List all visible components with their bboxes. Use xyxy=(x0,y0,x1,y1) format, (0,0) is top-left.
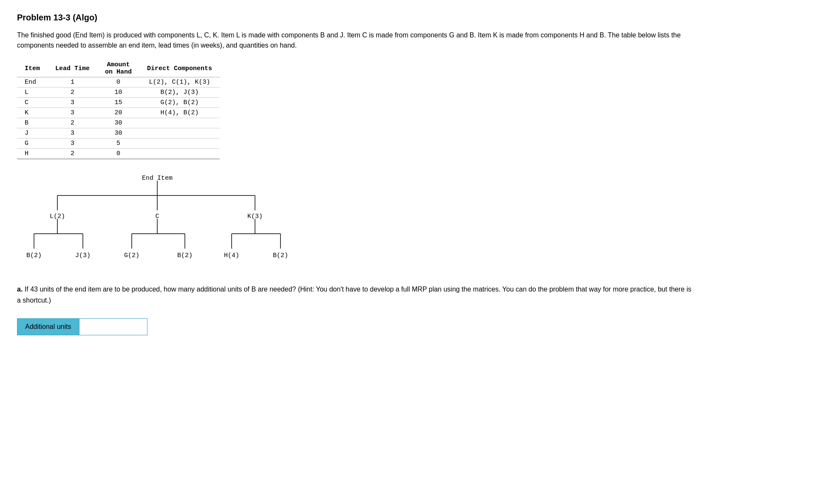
cell-components xyxy=(139,118,220,128)
cell-components: H(4), B(2) xyxy=(139,108,220,118)
problem-description: The finished good (End Item) is produced… xyxy=(17,30,697,51)
bom-tree: End Item L(2) C K(3) B(2) J(3) G(2) xyxy=(17,172,799,272)
cell-lead-time: 1 xyxy=(48,77,97,88)
cell-components xyxy=(139,139,220,149)
cell-item: H xyxy=(17,149,48,159)
cell-item: C xyxy=(17,98,48,108)
cell-item: K xyxy=(17,108,48,118)
cell-amount: 30 xyxy=(97,118,139,128)
answer-label: Additional units xyxy=(17,318,79,335)
answer-section: Additional units xyxy=(17,318,799,335)
cell-amount: 30 xyxy=(97,128,139,139)
question-label: a. xyxy=(17,286,23,293)
cell-components: L(2), C(1), K(3) xyxy=(139,77,220,88)
table-row: L210B(2), J(3) xyxy=(17,88,220,98)
cell-amount: 0 xyxy=(97,77,139,88)
cell-lead-time: 3 xyxy=(48,98,97,108)
table-row: B230 xyxy=(17,118,220,128)
cell-components: G(2), B(2) xyxy=(139,98,220,108)
cell-amount: 10 xyxy=(97,88,139,98)
tree-b2-c-label: B(2) xyxy=(177,252,193,259)
cell-lead-time: 3 xyxy=(48,128,97,139)
tree-j3-label: J(3) xyxy=(75,252,91,259)
question-body: If 43 units of the end item are to be pr… xyxy=(17,286,691,304)
tree-h4-label: H(4) xyxy=(224,252,239,259)
cell-item: End xyxy=(17,77,48,88)
cell-lead-time: 2 xyxy=(48,118,97,128)
tree-b2-k-label: B(2) xyxy=(273,252,288,259)
cell-lead-time: 3 xyxy=(48,108,97,118)
cell-amount: 0 xyxy=(97,149,139,159)
cell-amount: 5 xyxy=(97,139,139,149)
table-row: K320H(4), B(2) xyxy=(17,108,220,118)
cell-amount: 20 xyxy=(97,108,139,118)
tree-b2-l-label: B(2) xyxy=(26,252,42,259)
cell-item: G xyxy=(17,139,48,149)
table-row: End10L(2), C(1), K(3) xyxy=(17,77,220,88)
col-header-item: Item xyxy=(17,60,48,77)
page-title: Problem 13-3 (Algo) xyxy=(17,13,799,23)
cell-item: L xyxy=(17,88,48,98)
cell-components xyxy=(139,149,220,159)
cell-amount: 15 xyxy=(97,98,139,108)
tree-g2-label: G(2) xyxy=(124,252,139,259)
cell-components xyxy=(139,128,220,139)
table-row: G35 xyxy=(17,139,220,149)
question-text: a. If 43 units of the end item are to be… xyxy=(17,284,697,306)
cell-components: B(2), J(3) xyxy=(139,88,220,98)
table-row: H20 xyxy=(17,149,220,159)
col-header-lead-time: Lead Time xyxy=(48,60,97,77)
cell-lead-time: 2 xyxy=(48,149,97,159)
col-header-components: Direct Components xyxy=(139,60,220,77)
table-row: C315G(2), B(2) xyxy=(17,98,220,108)
table-row: J330 xyxy=(17,128,220,139)
components-table: Item Lead Time Amounton Hand Direct Comp… xyxy=(17,60,220,159)
cell-lead-time: 3 xyxy=(48,139,97,149)
col-header-amount: Amounton Hand xyxy=(97,60,139,77)
additional-units-input[interactable] xyxy=(79,318,147,335)
cell-item: B xyxy=(17,118,48,128)
cell-item: J xyxy=(17,128,48,139)
cell-lead-time: 2 xyxy=(48,88,97,98)
